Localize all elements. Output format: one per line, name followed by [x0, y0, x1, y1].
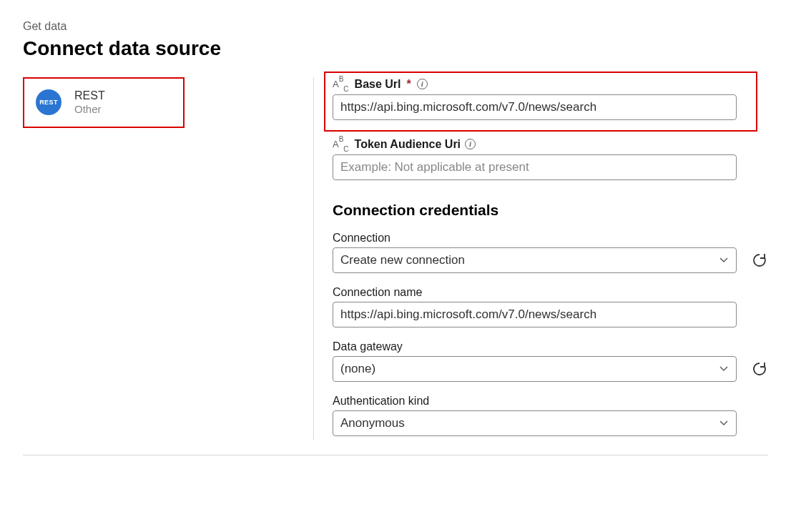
chevron-down-icon — [719, 255, 729, 265]
credentials-heading: Connection credentials — [333, 202, 771, 219]
auth-kind-select[interactable]: Anonymous — [333, 410, 737, 436]
connector-card-rest[interactable]: REST REST Other — [23, 77, 185, 128]
info-icon[interactable]: i — [417, 79, 428, 89]
token-audience-input[interactable] — [333, 154, 737, 180]
base-url-label: ABC Base Url * i — [333, 77, 749, 92]
chevron-down-icon — [719, 418, 729, 428]
base-url-highlight: ABC Base Url * i — [324, 72, 757, 132]
text-type-icon: ABC — [333, 77, 349, 92]
connection-label: Connection — [333, 232, 771, 245]
breadcrumb: Get data — [23, 20, 768, 33]
required-indicator: * — [407, 78, 411, 91]
vertical-divider — [313, 77, 314, 440]
refresh-connection-button[interactable] — [751, 250, 771, 270]
connection-select[interactable]: Create new connection — [333, 247, 737, 273]
page-title: Connect data source — [23, 37, 768, 60]
data-gateway-select[interactable]: (none) — [333, 356, 737, 382]
connection-value: Create new connection — [340, 253, 465, 267]
footer-divider — [23, 455, 768, 455]
refresh-gateway-button[interactable] — [751, 359, 771, 379]
base-url-label-text: Base Url — [355, 78, 401, 91]
form-panel: ABC Base Url * i ABC Token Audience Uri … — [333, 77, 771, 440]
chevron-down-icon — [719, 364, 729, 374]
base-url-input[interactable] — [333, 94, 737, 120]
connection-name-label: Connection name — [333, 286, 771, 299]
connector-texts: REST Other — [74, 89, 105, 117]
auth-kind-value: Anonymous — [340, 416, 405, 430]
text-type-icon: ABC — [333, 137, 349, 152]
info-icon[interactable]: i — [465, 139, 476, 149]
main-layout: REST REST Other ABC Base Url * i ABC — [23, 77, 768, 440]
token-audience-label-text: Token Audience Uri — [355, 138, 461, 151]
connector-subtitle: Other — [74, 103, 105, 117]
data-gateway-label: Data gateway — [333, 340, 771, 353]
connector-list: REST REST Other — [23, 77, 295, 440]
connector-title: REST — [74, 89, 105, 103]
data-gateway-value: (none) — [340, 362, 375, 376]
auth-kind-label: Authentication kind — [333, 395, 771, 408]
rest-icon: REST — [36, 89, 62, 115]
token-audience-label: ABC Token Audience Uri i — [333, 137, 771, 152]
connection-name-input[interactable] — [333, 302, 737, 327]
